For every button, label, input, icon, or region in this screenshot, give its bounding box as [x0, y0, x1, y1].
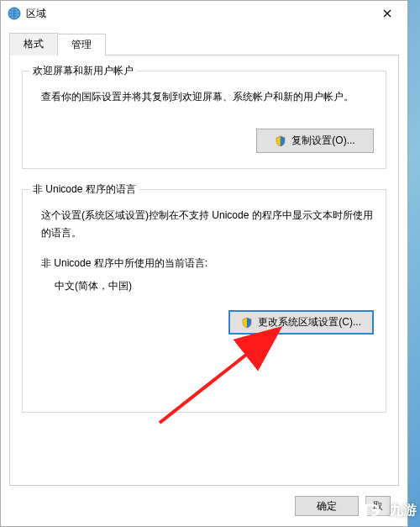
group-nonunicode: 非 Unicode 程序的语言 这个设置(系统区域设置)控制在不支持 Unico… [22, 189, 386, 413]
tab-container: 格式 管理 欢迎屏幕和新用户帐户 查看你的国际设置并将其复制到欢迎屏幕、系统帐户… [1, 26, 407, 526]
tab-admin[interactable]: 管理 [57, 34, 106, 56]
close-button[interactable] [368, 2, 406, 25]
watermark-icon [360, 497, 386, 524]
group-nonunicode-desc: 这个设置(系统区域设置)控制在不支持 Unicode 的程序中显示文本时所使用的… [41, 207, 374, 241]
tab-strip: 格式 管理 [9, 33, 399, 55]
tab-panel-admin: 欢迎屏幕和新用户帐户 查看你的国际设置并将其复制到欢迎屏幕、系统帐户和新的用户帐… [9, 55, 399, 486]
ok-button[interactable]: 确定 [295, 496, 359, 516]
group-welcome-legend: 欢迎屏幕和新用户帐户 [29, 64, 137, 78]
shield-icon [241, 317, 253, 329]
group-welcome: 欢迎屏幕和新用户帐户 查看你的国际设置并将其复制到欢迎屏幕、系统帐户和新的用户帐… [22, 71, 386, 169]
dialog-button-row: 确定 取 [9, 486, 399, 526]
group-nonunicode-legend: 非 Unicode 程序的语言 [29, 182, 139, 197]
group-welcome-desc: 查看你的国际设置并将其复制到欢迎屏幕、系统帐户和新的用户帐户。 [41, 88, 374, 105]
tab-format[interactable]: 格式 [9, 33, 58, 55]
copy-settings-button[interactable]: 复制设置(O)... [256, 129, 374, 153]
titlebar: 区域 [1, 1, 407, 26]
shield-icon [275, 135, 286, 147]
watermark: 九游 [360, 497, 417, 524]
copy-settings-label: 复制设置(O)... [291, 134, 354, 148]
watermark-text: 九游 [390, 502, 417, 519]
change-system-locale-label: 更改系统区域设置(C)... [258, 315, 361, 329]
change-system-locale-button[interactable]: 更改系统区域设置(C)... [228, 310, 374, 335]
globe-icon [8, 7, 21, 20]
region-dialog: 区域 格式 管理 欢迎屏幕和新用户帐户 查看你的国际设置并将其复制到欢迎屏幕、系… [0, 0, 408, 527]
current-lang-value: 中文(简体，中国) [55, 279, 374, 293]
current-lang-label: 非 Unicode 程序中所使用的当前语言: [41, 256, 374, 271]
window-title: 区域 [26, 7, 368, 21]
